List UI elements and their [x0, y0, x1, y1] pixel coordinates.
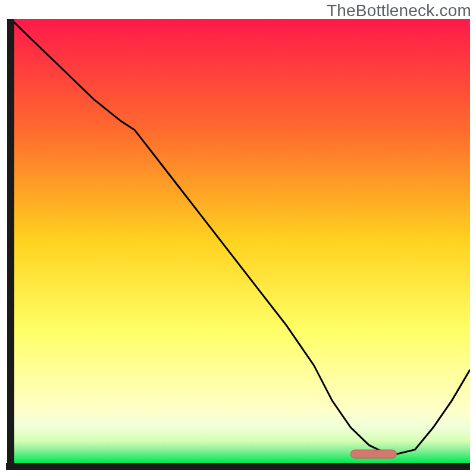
- optimum-marker: [350, 450, 396, 458]
- chart-svg: [6, 19, 470, 470]
- plot-area: [6, 19, 470, 470]
- watermark-text: TheBottleneck.com: [327, 1, 471, 20]
- bottleneck-chart: TheBottleneck.com: [0, 0, 476, 476]
